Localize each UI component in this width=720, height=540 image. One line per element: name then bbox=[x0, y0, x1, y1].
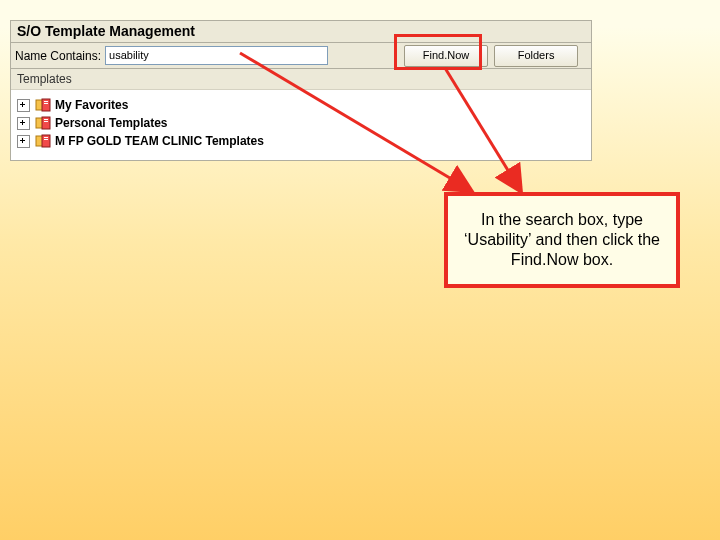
expand-icon[interactable] bbox=[17, 135, 30, 148]
svg-rect-9 bbox=[42, 135, 50, 147]
templates-header: Templates bbox=[11, 69, 591, 90]
slide-background: S/O Template Management Name Contains: u… bbox=[0, 0, 720, 540]
search-input[interactable]: usability bbox=[105, 46, 328, 65]
expand-icon[interactable] bbox=[17, 117, 30, 130]
expand-icon[interactable] bbox=[17, 99, 30, 112]
tree-item[interactable]: Personal Templates bbox=[15, 114, 587, 132]
tree-item[interactable]: My Favorites bbox=[15, 96, 587, 114]
template-folder-icon bbox=[35, 116, 51, 130]
instruction-text: In the search box, type ‘Usability’ and … bbox=[464, 211, 660, 268]
template-folder-icon bbox=[35, 98, 51, 112]
svg-rect-6 bbox=[44, 119, 48, 120]
svg-rect-10 bbox=[44, 137, 48, 138]
tree-item-label: M FP GOLD TEAM CLINIC Templates bbox=[55, 134, 264, 148]
svg-rect-1 bbox=[42, 99, 50, 111]
tree-item-label: Personal Templates bbox=[55, 116, 168, 130]
tree-item-label: My Favorites bbox=[55, 98, 128, 112]
instruction-callout: In the search box, type ‘Usability’ and … bbox=[444, 192, 680, 288]
templates-tree: My Favorites Personal Templates M FP GOL… bbox=[11, 90, 591, 160]
svg-rect-3 bbox=[44, 103, 48, 104]
name-contains-label: Name Contains: bbox=[15, 49, 101, 63]
find-now-highlight-box bbox=[394, 34, 482, 70]
svg-rect-2 bbox=[44, 101, 48, 102]
window-title: S/O Template Management bbox=[11, 21, 591, 43]
svg-rect-7 bbox=[44, 121, 48, 122]
tree-item[interactable]: M FP GOLD TEAM CLINIC Templates bbox=[15, 132, 587, 150]
folders-button[interactable]: Folders bbox=[494, 45, 578, 67]
search-toolbar: Name Contains: usability Find.Now Folder… bbox=[11, 43, 591, 69]
svg-rect-11 bbox=[44, 139, 48, 140]
template-management-window: S/O Template Management Name Contains: u… bbox=[10, 20, 592, 161]
template-folder-icon bbox=[35, 134, 51, 148]
svg-rect-5 bbox=[42, 117, 50, 129]
